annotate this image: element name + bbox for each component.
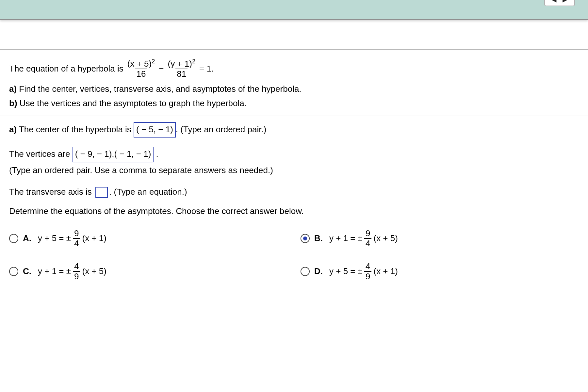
choice-a-letter: A. bbox=[23, 232, 31, 245]
fraction-x-term: (x + 5)2 16 bbox=[126, 59, 156, 78]
choice-b-letter: B. bbox=[314, 232, 323, 245]
choice-a-equation: y + 5 = ± 94 (x + 1) bbox=[38, 229, 106, 248]
header-gap bbox=[0, 20, 588, 49]
prev-arrow-icon[interactable]: ◀ bbox=[549, 0, 557, 4]
transverse-input[interactable] bbox=[95, 187, 108, 198]
part-a-text: Find the center, vertices, transverse ax… bbox=[17, 84, 301, 94]
vertices-answer-row: The vertices are ( − 9, − 1),( − 1, − 1)… bbox=[9, 147, 579, 162]
next-arrow-icon[interactable]: ▶ bbox=[563, 0, 570, 4]
center-pre: The center of the hyperbola is bbox=[17, 124, 134, 134]
answer-a-label: a) bbox=[9, 124, 17, 134]
center-input[interactable]: ( − 5, − 1) bbox=[134, 122, 176, 138]
radio-b[interactable] bbox=[301, 234, 310, 243]
part-b-text: Use the vertices and the asymptotes to g… bbox=[17, 98, 247, 108]
divider bbox=[0, 116, 588, 116]
vertices-pre: The vertices are bbox=[9, 149, 73, 159]
part-a-label: a) bbox=[9, 84, 17, 94]
choice-d[interactable]: D. y + 5 = ± 49 (x + 1) bbox=[301, 262, 579, 281]
choice-c-letter: C. bbox=[23, 265, 31, 278]
asymptote-choices: A. y + 5 = ± 94 (x + 1) B. y + 1 = ± 94 … bbox=[9, 229, 579, 281]
part-b-prompt: b) Use the vertices and the asymptotes t… bbox=[9, 97, 579, 110]
intro-lead: The equation of a hyperbola is bbox=[9, 63, 123, 75]
transverse-pre: The transverse axis is bbox=[9, 187, 94, 197]
question-body: The equation of a hyperbola is (x + 5)2 … bbox=[0, 49, 588, 294]
radio-c[interactable] bbox=[9, 267, 18, 276]
choice-d-letter: D. bbox=[314, 265, 323, 278]
choice-b-equation: y + 1 = ± 94 (x + 5) bbox=[329, 229, 398, 248]
minus-sign: − bbox=[159, 63, 164, 75]
question-nav: ◀ ▶ bbox=[544, 0, 575, 6]
choice-c[interactable]: C. y + 1 = ± 49 (x + 5) bbox=[9, 262, 287, 281]
choice-d-equation: y + 5 = ± 49 (x + 1) bbox=[329, 262, 398, 281]
fraction-y-term: (y + 1)2 81 bbox=[167, 59, 197, 78]
choice-a[interactable]: A. y + 5 = ± 94 (x + 1) bbox=[9, 229, 287, 248]
vertices-post: . bbox=[154, 149, 158, 159]
center-post: . (Type an ordered pair.) bbox=[176, 124, 266, 134]
app-header: ◀ ▶ bbox=[0, 0, 588, 20]
transverse-answer-row: The transverse axis is . (Type an equati… bbox=[9, 186, 579, 198]
transverse-post: . (Type an equation.) bbox=[109, 187, 187, 197]
problem-statement: The equation of a hyperbola is (x + 5)2 … bbox=[9, 59, 579, 78]
part-b-label: b) bbox=[9, 98, 17, 108]
part-a-prompt: a) Find the center, vertices, transverse… bbox=[9, 83, 579, 95]
radio-d[interactable] bbox=[301, 267, 310, 276]
equals-one: = 1. bbox=[199, 63, 214, 75]
asymptote-prompt: Determine the equations of the asymptote… bbox=[9, 205, 579, 218]
vertices-input[interactable]: ( − 9, − 1),( − 1, − 1) bbox=[73, 147, 154, 162]
radio-a[interactable] bbox=[9, 234, 18, 243]
vertices-note: (Type an ordered pair. Use a comma to se… bbox=[9, 164, 579, 177]
choice-b[interactable]: B. y + 1 = ± 94 (x + 5) bbox=[301, 229, 579, 248]
choice-c-equation: y + 1 = ± 49 (x + 5) bbox=[38, 262, 106, 281]
center-answer-row: a) The center of the hyperbola is ( − 5,… bbox=[9, 122, 579, 138]
